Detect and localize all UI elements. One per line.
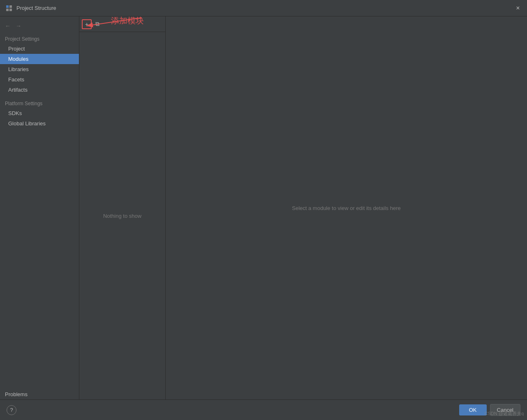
sidebar-item-artifacts[interactable]: Artifacts [0,85,79,95]
sidebar: ← → Project Settings Project Modules Lib… [0,16,79,399]
sidebar-item-project[interactable]: Project [0,44,79,54]
back-button[interactable]: ← [3,21,12,30]
title-text: Project Structure [16,5,56,11]
content-area: + ⧉ Nothing to show Select a module to v… [79,16,527,399]
project-settings-header: Project Settings [0,34,79,44]
sidebar-item-global-libraries[interactable]: Global Libraries [0,118,79,129]
sidebar-item-problems[interactable]: Problems [0,389,79,399]
toolbar: + ⧉ [79,16,165,32]
watermark: CSDN @诸葛养夫q [484,411,524,417]
svg-rect-0 [6,5,9,8]
module-list-panel: + ⧉ Nothing to show [79,16,166,399]
sidebar-item-modules[interactable]: Modules [0,54,79,64]
platform-settings-header: Platform Settings [0,98,79,108]
sidebar-item-libraries[interactable]: Libraries [0,64,79,74]
empty-module-list: Nothing to show [79,32,165,399]
close-button[interactable]: × [514,4,522,12]
main-container: ← → Project Settings Project Modules Lib… [0,16,527,399]
detail-empty-text: Select a module to view or edit its deta… [292,205,400,211]
add-module-button[interactable]: + [82,19,92,29]
app-icon [5,4,13,12]
detail-panel: Select a module to view or edit its deta… [166,16,527,399]
svg-rect-1 [9,5,12,8]
copy-module-button[interactable]: ⧉ [92,19,102,29]
forward-button[interactable]: → [14,21,23,30]
help-button[interactable]: ? [7,405,16,415]
ok-button[interactable]: OK [459,404,487,415]
nav-back-forward: ← → [0,20,79,34]
sidebar-item-sdks[interactable]: SDKs [0,108,79,118]
title-bar: Project Structure × [0,0,527,16]
sidebar-item-facets[interactable]: Facets [0,74,79,85]
svg-rect-3 [9,9,12,11]
svg-rect-2 [6,9,9,11]
bottom-bar: ? OK Cancel [0,399,527,420]
